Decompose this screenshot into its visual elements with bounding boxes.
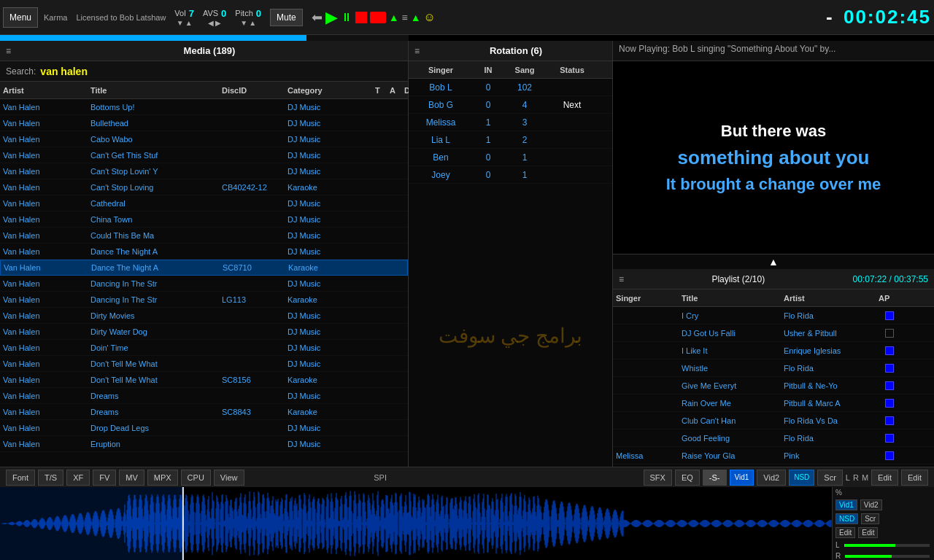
playlist-row[interactable]: Club Can't Han Flo Rida Vs Da [613, 412, 934, 429]
pl-checkbox[interactable] [879, 364, 900, 373]
media-list-item[interactable]: Van Halen Dance The Night A SC8710 Karao… [0, 260, 408, 276]
rotation-list-item[interactable]: Ben 0 1 [409, 149, 612, 166]
media-list-item[interactable]: Van Halen China Town DJ Music [0, 211, 408, 228]
edit2-button[interactable]: Edit [901, 470, 928, 486]
wf-edit1-button[interactable]: Edit [835, 527, 855, 538]
wf-vid2-button[interactable]: Vid2 [860, 499, 882, 510]
mv-button[interactable]: MV [119, 470, 144, 486]
pl-checkbox[interactable] [879, 311, 900, 320]
pl-checkbox[interactable] [879, 416, 900, 425]
media-list-item[interactable]: Van Halen Can't Stop Lovin' Y DJ Music [0, 163, 408, 179]
playlist-menu-icon[interactable]: ≡ [619, 274, 624, 284]
record-icon[interactable] [370, 12, 386, 23]
rot-col-status: Status [543, 66, 601, 74]
font-button[interactable]: Font [6, 470, 35, 486]
media-list-item[interactable]: Van Halen Don't Tell Me What DJ Music [0, 356, 408, 372]
media-list-item[interactable]: Van Halen Dirty Movies DJ Music [0, 308, 408, 324]
pl-checkbox[interactable] [879, 381, 900, 390]
waveform-main[interactable] [0, 487, 832, 560]
rotation-menu-icon[interactable]: ≡ [414, 46, 420, 56]
media-list-item[interactable]: Van Halen Dancing In The Str LG113 Karao… [0, 292, 408, 308]
sfx-button[interactable]: SFX [644, 470, 672, 486]
mpx-button[interactable]: MPX [147, 470, 178, 486]
xf-button[interactable]: XF [66, 470, 90, 486]
license-label: Licensed to Bob Latshaw [76, 13, 166, 22]
pl-title: Raise Your Gla [682, 451, 784, 460]
media-list-item[interactable]: Van Halen Dance The Night A DJ Music [0, 244, 408, 260]
vid1-button[interactable]: Vid1 [730, 470, 754, 486]
fv-button[interactable]: FV [93, 470, 116, 486]
edit-button[interactable]: Edit [871, 470, 898, 486]
pitch-up-icon[interactable]: ▲ [249, 19, 256, 27]
prev-icon[interactable]: ⬅ [312, 9, 323, 26]
playlist-row[interactable]: Give Me Everyt Pitbull & Ne-Yo [613, 377, 934, 394]
tri-up-icon[interactable]: ▲ [389, 12, 399, 23]
wf-edit2-button[interactable]: Edit [858, 527, 878, 538]
playlist-row[interactable]: Good Feeling Flo Rida [613, 429, 934, 447]
media-list-item[interactable]: Van Halen Dirty Water Dog DJ Music [0, 324, 408, 340]
media-list-item[interactable]: Van Halen Bottoms Up! DJ Music [0, 99, 408, 115]
col-t: T [375, 86, 390, 95]
eq-icon[interactable]: ≡ [402, 12, 408, 23]
smiley-icon[interactable]: ☺ [424, 11, 436, 24]
nsd-button[interactable]: NSD [789, 470, 814, 486]
media-list-item[interactable]: Van Halen Can't Get This Stuf DJ Music [0, 147, 408, 163]
pause-icon[interactable]: ⏸ [341, 11, 352, 24]
eq-button[interactable]: EQ [675, 470, 700, 486]
media-list-item[interactable]: Van Halen Don't Tell Me What SC8156 Kara… [0, 372, 408, 388]
media-list-item[interactable]: Van Halen Dancing In The Str DJ Music [0, 276, 408, 292]
cpu-button[interactable]: CPU [181, 470, 211, 486]
media-list-item[interactable]: Van Halen Cathedral DJ Music [0, 195, 408, 211]
playlist-row[interactable]: Whistle Flo Rida [613, 359, 934, 377]
media-list-item[interactable]: Van Halen Cabo Wabo DJ Music [0, 131, 408, 147]
pl-checkbox[interactable] [879, 346, 900, 355]
playlist-up-arrow[interactable]: ▲ [613, 254, 934, 269]
vid2-button[interactable]: Vid2 [757, 470, 786, 486]
avs-next-icon[interactable]: ▶ [215, 19, 221, 27]
wf-scr-button[interactable]: Scr [861, 513, 879, 524]
playlist-row[interactable]: I Cry Flo Rida [613, 307, 934, 324]
menu-button[interactable]: Menu [3, 7, 38, 28]
progress-bar-container[interactable] [0, 35, 409, 41]
playlist-row[interactable]: DJ Got Us Falli Usher & Pitbull [613, 324, 934, 342]
search-value[interactable]: van halen [40, 66, 88, 77]
media-list-item[interactable]: Van Halen Drop Dead Legs DJ Music [0, 420, 408, 436]
pl-checkbox[interactable] [879, 451, 900, 460]
rotation-list-item[interactable]: Lia L 1 2 [409, 131, 612, 149]
pl-checkbox[interactable] [879, 434, 900, 443]
play-icon[interactable]: ▶ [325, 8, 338, 27]
ts-button[interactable]: T/S [38, 470, 63, 486]
avs-prev-icon[interactable]: ◀ [208, 19, 214, 27]
rotation-list-item[interactable]: Joey 0 1 [409, 166, 612, 184]
scr-button[interactable]: Scr [817, 470, 843, 486]
pl-checkbox[interactable] [879, 399, 900, 408]
stop-icon[interactable] [355, 12, 367, 23]
media-list-item[interactable]: Van Halen Dreams SC8843 Karaoke [0, 404, 408, 420]
playlist-row[interactable]: Melissa Raise Your Gla Pink [613, 447, 934, 464]
playlist-row[interactable]: Rain Over Me Pitbull & Marc A [613, 394, 934, 412]
rotation-list-item[interactable]: Bob L 0 102 [409, 79, 612, 96]
media-list-item[interactable]: Van Halen Could This Be Ma DJ Music [0, 228, 408, 244]
playlist-row[interactable]: I Like It Enrique Iglesias [613, 342, 934, 359]
vol-down-icon[interactable]: ▼ [177, 19, 184, 27]
rotation-list-item[interactable]: Bob G 0 4 Next [409, 96, 612, 114]
wf-nsd-button[interactable]: NSD [835, 513, 858, 524]
pitch-down-icon[interactable]: ▼ [240, 19, 247, 27]
mute-button[interactable]: Mute [270, 9, 303, 26]
vol-up-icon[interactable]: ▲ [185, 19, 193, 27]
media-list-item[interactable]: Van Halen Can't Stop Loving CB40242-12 K… [0, 179, 408, 195]
media-list-item[interactable]: Van Halen Doin' Time DJ Music [0, 340, 408, 356]
wf-vid1-button[interactable]: Vid1 [835, 499, 857, 510]
view-button[interactable]: View [214, 470, 244, 486]
main-layout: ≡ Media (189) Search: van halen Artist T… [0, 41, 934, 487]
pl-checkbox[interactable] [879, 329, 900, 338]
media-list-item[interactable]: Van Halen Eruption DJ Music [0, 436, 408, 452]
media-artist: Van Halen [3, 119, 90, 128]
media-list-item[interactable]: Van Halen Dreams DJ Music [0, 388, 408, 404]
media-menu-icon[interactable]: ≡ [6, 46, 11, 56]
s-button[interactable]: -S- [703, 470, 727, 486]
rotation-list-item[interactable]: Melissa 1 3 [409, 114, 612, 131]
media-title-cell: Dance The Night A [90, 247, 222, 256]
media-list-item[interactable]: Van Halen Bullethead DJ Music [0, 115, 408, 131]
tri-up2-icon[interactable]: ▲ [411, 12, 421, 23]
